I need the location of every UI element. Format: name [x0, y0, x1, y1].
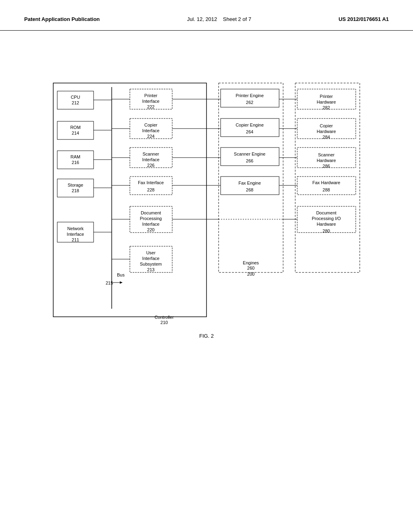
svg-text:Printer: Printer [144, 93, 158, 98]
svg-text:215: 215 [106, 281, 113, 285]
svg-text:Bus: Bus [117, 272, 125, 277]
svg-text:RAM: RAM [71, 154, 80, 159]
svg-rect-0 [53, 83, 206, 317]
svg-rect-3 [219, 83, 283, 272]
svg-text:Printer Engine: Printer Engine [236, 93, 264, 98]
svg-text:Processing I/O: Processing I/O [312, 216, 341, 221]
svg-text:Interface: Interface [142, 222, 160, 227]
header-sheet: Sheet 2 of 7 [223, 16, 251, 22]
svg-text:Document: Document [141, 210, 161, 215]
svg-text:Controller: Controller [154, 315, 174, 320]
svg-text:Storage: Storage [68, 183, 83, 187]
svg-text:Interface: Interface [142, 157, 160, 162]
svg-text:Interface: Interface [142, 99, 160, 104]
svg-text:220: 220 [147, 227, 154, 232]
page-header: Patent Application Publication Jul. 12, … [0, 0, 413, 31]
header-right: US 2012/0176651 A1 [338, 16, 389, 22]
svg-text:286: 286 [323, 164, 330, 168]
svg-text:218: 218 [72, 188, 79, 193]
page: Patent Application Publication Jul. 12, … [0, 0, 413, 532]
svg-text:266: 266 [246, 158, 253, 163]
svg-text:228: 228 [147, 187, 154, 192]
svg-text:Scanner: Scanner [143, 152, 159, 156]
svg-text:Hardware: Hardware [317, 222, 336, 227]
svg-rect-7 [295, 83, 360, 272]
svg-text:226: 226 [147, 163, 154, 168]
svg-text:Scanner: Scanner [318, 152, 335, 157]
svg-text:Fax Interface: Fax Interface [138, 180, 164, 185]
svg-text:224: 224 [147, 134, 154, 139]
diagram-wrapper: Controller 210 Engines 260 200 CPU 212 R… [41, 79, 372, 339]
header-center: Jul. 12, 2012 Sheet 2 of 7 [187, 16, 251, 22]
svg-text:Processing: Processing [140, 216, 162, 221]
svg-text:282: 282 [323, 105, 330, 110]
svg-text:200: 200 [247, 272, 254, 276]
svg-text:264: 264 [246, 129, 253, 134]
svg-text:Document: Document [316, 210, 336, 215]
svg-text:Interface: Interface [142, 256, 160, 261]
svg-text:Printer: Printer [320, 94, 333, 99]
svg-text:Subsystem: Subsystem [140, 262, 162, 266]
svg-text:Fax Hardware: Fax Hardware [312, 180, 340, 185]
svg-text:288: 288 [323, 187, 330, 192]
svg-text:212: 212 [72, 100, 79, 105]
svg-text:284: 284 [323, 135, 330, 139]
svg-text:214: 214 [72, 131, 79, 135]
svg-text:Copier: Copier [144, 123, 158, 127]
svg-text:280: 280 [323, 229, 330, 233]
header-date: Jul. 12, 2012 [187, 16, 217, 22]
svg-text:Copier Engine: Copier Engine [236, 123, 264, 127]
svg-text:Network: Network [67, 226, 84, 231]
svg-text:Hardware: Hardware [317, 129, 336, 134]
svg-text:Interface: Interface [142, 128, 160, 133]
header-left: Patent Application Publication [24, 16, 100, 22]
main-content: Controller 210 Engines 260 200 CPU 212 R… [0, 31, 413, 363]
svg-text:268: 268 [246, 187, 253, 192]
svg-text:222: 222 [147, 104, 154, 109]
svg-text:Scanner Engine: Scanner Engine [234, 152, 265, 156]
svg-text:210: 210 [161, 320, 168, 325]
svg-text:Copier: Copier [320, 123, 333, 128]
svg-text:213: 213 [147, 267, 154, 272]
svg-text:ROM: ROM [70, 125, 81, 130]
svg-text:Fax Engine: Fax Engine [238, 181, 261, 185]
svg-text:216: 216 [72, 160, 79, 165]
svg-text:Hardware: Hardware [317, 100, 336, 104]
svg-text:211: 211 [72, 237, 79, 242]
svg-text:CPU: CPU [71, 95, 80, 100]
svg-marker-28 [120, 281, 123, 284]
diagram-svg: Controller 210 Engines 260 200 CPU 212 R… [49, 79, 364, 329]
svg-text:User: User [146, 250, 156, 255]
svg-text:Engines: Engines [243, 260, 259, 265]
fig-caption: FIG. 2 [41, 333, 372, 339]
svg-text:260: 260 [247, 266, 254, 270]
svg-text:262: 262 [246, 100, 253, 105]
svg-text:Interface: Interface [67, 232, 84, 237]
svg-text:Hardware: Hardware [317, 158, 336, 163]
